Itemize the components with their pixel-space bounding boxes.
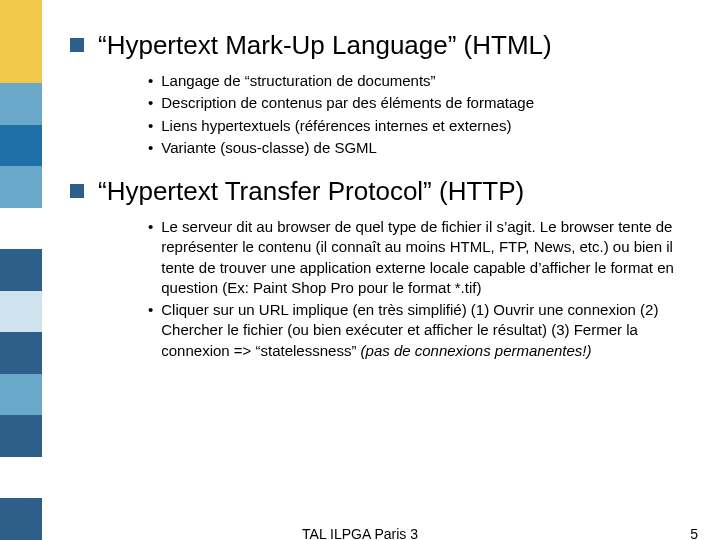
list-item: • Le serveur dit au browser de quel type… (148, 217, 700, 298)
sidebar-block (0, 0, 42, 42)
footer-center-text: TAL ILPGA Paris 3 (302, 526, 418, 540)
section-header: “Hypertext Mark-Up Language” (HTML) (70, 30, 700, 61)
list-item-text: Variante (sous-classe) de SGML (161, 138, 700, 158)
dot-bullet-icon: • (148, 138, 153, 158)
decorative-sidebar (0, 0, 42, 540)
list-item-text: Cliquer sur un URL implique (en très sim… (161, 300, 700, 361)
sidebar-block (0, 249, 42, 291)
sub-list: • Langage de “structuration de documents… (148, 71, 700, 158)
dot-bullet-icon: • (148, 93, 153, 113)
list-item: • Langage de “structuration de documents… (148, 71, 700, 91)
list-item-text: Langage de “structuration de documents” (161, 71, 700, 91)
list-item: • Description de contenus par des élémen… (148, 93, 700, 113)
sidebar-block (0, 457, 42, 499)
sidebar-block (0, 208, 42, 250)
section-title: “Hypertext Transfer Protocol” (HTTP) (98, 176, 524, 207)
dot-bullet-icon: • (148, 116, 153, 136)
list-item-text: Le serveur dit au browser de quel type d… (161, 217, 700, 298)
sidebar-block (0, 415, 42, 457)
sidebar-block (0, 332, 42, 374)
list-item-text: Liens hypertextuels (références internes… (161, 116, 700, 136)
sidebar-block (0, 83, 42, 125)
sidebar-block (0, 166, 42, 208)
dot-bullet-icon: • (148, 217, 153, 237)
sidebar-block (0, 125, 42, 167)
section-header: “Hypertext Transfer Protocol” (HTTP) (70, 176, 700, 207)
sidebar-block (0, 42, 42, 84)
dot-bullet-icon: • (148, 71, 153, 91)
page-number: 5 (690, 526, 698, 540)
sidebar-block (0, 374, 42, 416)
sidebar-block (0, 291, 42, 333)
sidebar-block (0, 498, 42, 540)
square-bullet-icon (70, 184, 84, 198)
list-item: • Variante (sous-classe) de SGML (148, 138, 700, 158)
section-html: “Hypertext Mark-Up Language” (HTML) • La… (70, 30, 700, 158)
section-title: “Hypertext Mark-Up Language” (HTML) (98, 30, 552, 61)
slide-content: “Hypertext Mark-Up Language” (HTML) • La… (70, 30, 700, 379)
section-http: “Hypertext Transfer Protocol” (HTTP) • L… (70, 176, 700, 361)
sub-list: • Le serveur dit au browser de quel type… (148, 217, 700, 361)
list-item: • Liens hypertextuels (références intern… (148, 116, 700, 136)
list-item-text: Description de contenus par des éléments… (161, 93, 700, 113)
list-item: • Cliquer sur un URL implique (en très s… (148, 300, 700, 361)
square-bullet-icon (70, 38, 84, 52)
dot-bullet-icon: • (148, 300, 153, 320)
